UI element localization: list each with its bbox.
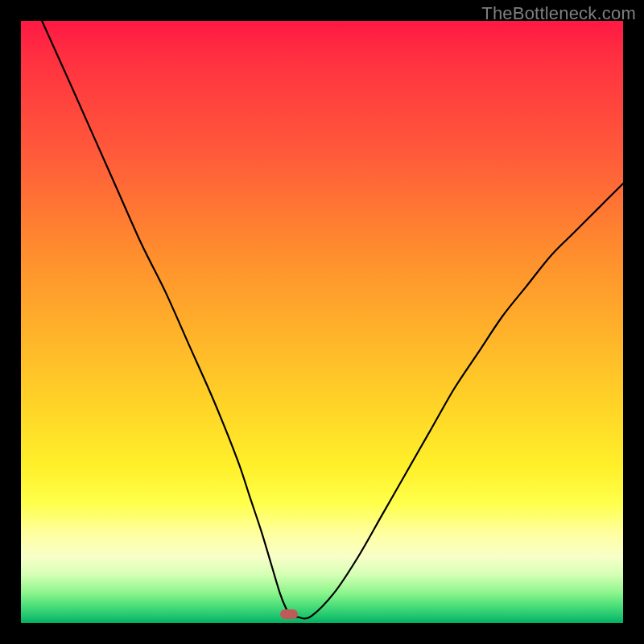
plot-area [21,21,623,623]
chart-frame: TheBottleneck.com [0,0,644,644]
bottleneck-curve [21,21,623,623]
optimum-marker [280,609,298,619]
